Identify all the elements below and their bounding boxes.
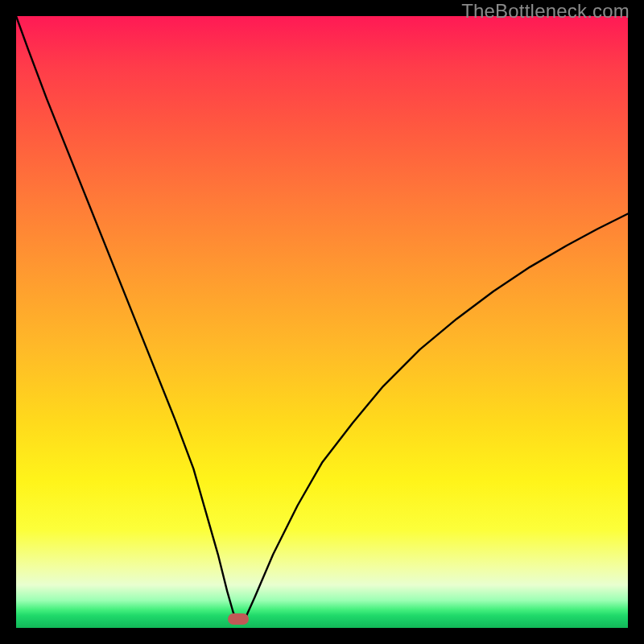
chart-frame: TheBottleneck.com — [0, 0, 644, 644]
optimal-marker — [228, 613, 249, 625]
watermark-text: TheBottleneck.com — [461, 0, 630, 23]
bottleneck-curve — [16, 16, 628, 628]
curve-path — [16, 16, 628, 621]
